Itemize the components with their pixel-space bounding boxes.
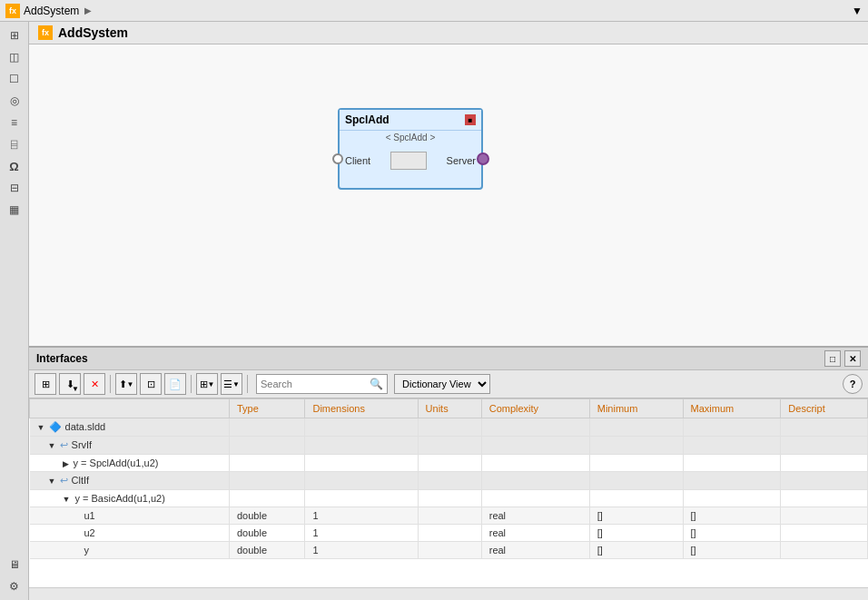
col-min: Minimum bbox=[589, 399, 683, 418]
sidebar-icon-4[interactable]: ≡ bbox=[5, 113, 25, 133]
search-input[interactable] bbox=[261, 379, 370, 389]
row-label: y bbox=[84, 545, 90, 556]
toolbar-btn-4[interactable]: ⬆▼ bbox=[115, 373, 137, 395]
col-name bbox=[30, 399, 230, 418]
table-row: ▼ ↩ SrvIf bbox=[30, 437, 868, 455]
desc-cell bbox=[781, 437, 868, 455]
breadcrumb-arrow: ▶ bbox=[84, 5, 92, 15]
sidebar-icon-1[interactable]: ◫ bbox=[5, 47, 25, 67]
units-cell bbox=[418, 455, 481, 472]
toolbar-btn-3[interactable]: ✕ bbox=[84, 373, 105, 395]
toolbar-btn-2[interactable]: ⬇▼ bbox=[59, 373, 81, 395]
row-label: CltIf bbox=[72, 475, 90, 486]
dims-cell bbox=[305, 418, 418, 437]
complex-cell: real bbox=[481, 525, 589, 542]
help-button[interactable]: ? bbox=[843, 374, 863, 394]
units-cell bbox=[418, 472, 481, 490]
content-area: fx AddSystem SpclAdd ■ < SpclAdd > Clien… bbox=[29, 22, 868, 600]
max-cell: [] bbox=[683, 542, 781, 559]
table-row: u1 double 1 real [] [] bbox=[30, 507, 868, 525]
type-cell bbox=[230, 418, 305, 437]
row-name-cell: ▼ 🔷 data.sldd bbox=[30, 418, 230, 437]
units-cell bbox=[418, 490, 481, 507]
top-bar: fx AddSystem ▶ ▼ bbox=[0, 0, 868, 22]
sidebar-icon-2[interactable]: ☐ bbox=[5, 69, 25, 89]
interfaces-table: Type Dimensions Units Complexity Minimum… bbox=[29, 398, 868, 587]
row-label: data.sldd bbox=[65, 421, 106, 432]
expand-icon[interactable]: ▶ bbox=[63, 459, 69, 468]
desc-cell bbox=[781, 472, 868, 490]
max-cell: [] bbox=[683, 525, 781, 542]
toolbar-btn-8[interactable]: ☰▼ bbox=[221, 373, 242, 395]
table-row: u2 double 1 real [] [] bbox=[30, 525, 868, 542]
toolbar-btn-1[interactable]: ⊞ bbox=[35, 373, 56, 395]
row-icon: ↩ bbox=[60, 475, 68, 486]
canvas-body[interactable]: SpclAdd ■ < SpclAdd > Client Server bbox=[29, 44, 868, 346]
left-sidebar: ⊞ ◫ ☐ ◎ ≡ ⌸ Ω ⊟ ▦ 🖥 ⚙ bbox=[0, 22, 29, 600]
type-cell bbox=[230, 472, 305, 490]
col-units: Units bbox=[418, 399, 481, 418]
sidebar-icon-6[interactable]: Ω bbox=[5, 156, 25, 176]
sidebar-icon-8[interactable]: ▦ bbox=[5, 200, 25, 220]
row-name-cell: u1 bbox=[30, 507, 230, 525]
expand-icon[interactable]: ▼ bbox=[48, 441, 56, 450]
dictionary-view-select[interactable]: Dictionary View Tree View Flat View bbox=[394, 374, 490, 394]
col-max: Maximum bbox=[683, 399, 781, 418]
search-box[interactable]: 🔍 bbox=[256, 374, 388, 394]
units-cell bbox=[418, 437, 481, 455]
complex-cell: real bbox=[481, 542, 589, 559]
row-name-cell: y bbox=[30, 542, 230, 559]
row-name-cell: ▶ y = SpclAdd(u1,u2) bbox=[30, 455, 230, 472]
interfaces-toolbar: ⊞ ⬇▼ ✕ ⬆▼ ⊡ 📄 ⊞▼ ☰▼ 🔍 Dictionary View Tr… bbox=[29, 370, 868, 398]
panel-expand-btn[interactable]: □ bbox=[824, 350, 841, 367]
toolbar-btn-6[interactable]: 📄 bbox=[164, 373, 186, 395]
block-node-spcladd[interactable]: SpclAdd ■ < SpclAdd > Client Server bbox=[338, 108, 483, 190]
row-icon: 🔷 bbox=[49, 421, 62, 432]
table-row: ▼ 🔷 data.sldd bbox=[30, 418, 868, 437]
complex-cell bbox=[481, 472, 589, 490]
type-cell bbox=[230, 455, 305, 472]
sidebar-icon-3[interactable]: ◎ bbox=[5, 91, 25, 111]
sidebar-icon-0[interactable]: ⊞ bbox=[5, 25, 25, 45]
units-cell bbox=[418, 418, 481, 437]
min-cell: [] bbox=[589, 507, 683, 525]
interfaces-data-table: Type Dimensions Units Complexity Minimum… bbox=[29, 398, 868, 559]
sidebar-icon-5[interactable]: ⌸ bbox=[5, 134, 25, 154]
canvas-section: fx AddSystem SpclAdd ■ < SpclAdd > Clien… bbox=[29, 22, 868, 346]
canvas-title: AddSystem bbox=[58, 25, 128, 40]
dims-cell bbox=[305, 472, 418, 490]
client-label: Client bbox=[345, 155, 370, 166]
complex-cell bbox=[481, 418, 589, 437]
server-port[interactable] bbox=[477, 152, 489, 165]
type-cell: double bbox=[230, 525, 305, 542]
complex-cell bbox=[481, 455, 589, 472]
row-label: u1 bbox=[84, 510, 95, 521]
max-cell bbox=[683, 437, 781, 455]
units-cell bbox=[418, 507, 481, 525]
toolbar-btn-7[interactable]: ⊞▼ bbox=[196, 373, 218, 395]
col-desc: Descript bbox=[781, 399, 868, 418]
min-cell: [] bbox=[589, 542, 683, 559]
expand-icon[interactable]: ▼ bbox=[63, 495, 71, 504]
top-bar-dropdown[interactable]: ▼ bbox=[852, 5, 863, 17]
units-cell bbox=[418, 542, 481, 559]
desc-cell bbox=[781, 418, 868, 437]
bottom-panel: Interfaces □ ✕ ⊞ ⬇▼ ✕ ⬆▼ ⊡ 📄 ⊞▼ ☰▼ bbox=[29, 346, 868, 600]
min-cell bbox=[589, 418, 683, 437]
dims-cell bbox=[305, 490, 418, 507]
complex-cell bbox=[481, 437, 589, 455]
dims-cell bbox=[305, 455, 418, 472]
sidebar-icon-7[interactable]: ⊟ bbox=[5, 178, 25, 198]
min-cell bbox=[589, 437, 683, 455]
horizontal-scrollbar[interactable] bbox=[29, 587, 868, 600]
sidebar-icon-bottom-1[interactable]: 🖥 bbox=[5, 555, 25, 575]
expand-icon[interactable]: ▼ bbox=[37, 423, 45, 432]
expand-icon[interactable]: ▼ bbox=[48, 477, 56, 486]
sidebar-icon-bottom-2[interactable]: ⚙ bbox=[5, 576, 25, 596]
dims-cell: 1 bbox=[305, 542, 418, 559]
client-port[interactable] bbox=[332, 153, 343, 164]
panel-close-btn[interactable]: ✕ bbox=[844, 350, 861, 367]
toolbar-btn-5[interactable]: ⊡ bbox=[140, 373, 162, 395]
server-label: Server bbox=[447, 155, 476, 166]
canvas-title-bar: fx AddSystem bbox=[29, 22, 868, 44]
